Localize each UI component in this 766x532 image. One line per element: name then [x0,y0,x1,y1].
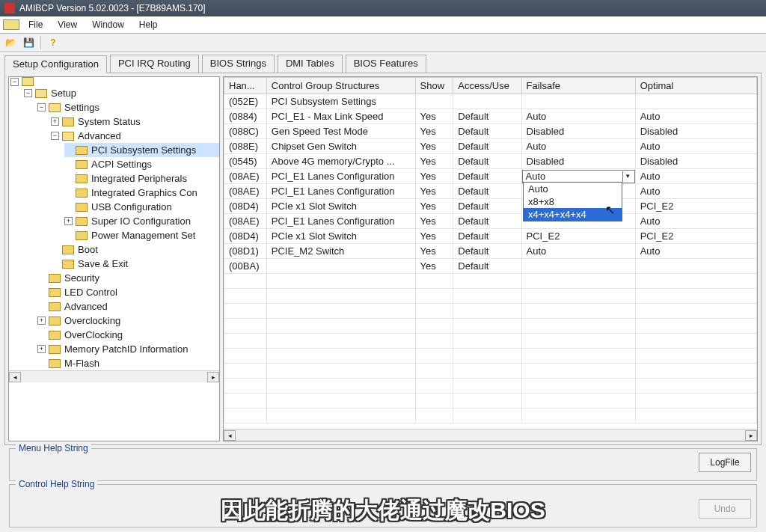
table-row[interactable]: (00BA)YesDefault [224,259,757,274]
table-row[interactable]: (08AE)PCI_E1 Lanes ConfigurationYesDefau… [224,169,757,184]
tab-bios-features[interactable]: BIOS Features [346,55,426,73]
tree-pci-subsystem[interactable]: PCI Subsystem Settings [64,143,219,157]
tab-dmi-tables[interactable]: DMI Tables [278,55,343,73]
expand-icon[interactable]: + [51,117,59,126]
tab-setup-configuration[interactable]: Setup Configuration [4,55,107,73]
cell[interactable]: Yes [415,214,453,229]
col-optimal[interactable]: Optimal [635,78,756,94]
cell[interactable]: (08AE) [224,169,267,184]
table-row[interactable]: (0884)PCI_E1 - Max Link SpeedYesDefaultA… [224,109,757,124]
cell[interactable] [415,94,453,109]
tab-bios-strings[interactable]: BIOS Strings [202,55,275,73]
cell[interactable]: (08D4) [224,199,267,214]
tree-memory-patchid[interactable]: +Memory PatchID Information [37,342,219,356]
cell[interactable]: (052E) [224,94,267,109]
cell[interactable]: PCI_E1 Lanes Configuration [266,169,415,184]
table-row[interactable]: (08AE)PCI_E1 Lanes ConfigurationYesDefau… [224,184,757,199]
table-row[interactable]: (088E)Chipset Gen SwitchYesDefaultAutoAu… [224,139,757,154]
cell[interactable]: (088C) [224,124,267,139]
tree-advanced[interactable]: −Advanced [51,129,219,143]
cell[interactable]: Yes [415,184,453,199]
cell[interactable]: Yes [415,259,453,274]
cell[interactable]: Default [453,184,521,199]
cell[interactable]: Yes [415,139,453,154]
cell[interactable] [635,94,756,109]
scroll-left-icon[interactable]: ◂ [9,372,21,382]
cell[interactable]: Auto [521,109,635,124]
cell[interactable]: Disabled [635,124,756,139]
tab-pci-irq-routing[interactable]: PCI IRQ Routing [110,55,199,73]
tree-acpi[interactable]: ACPI Settings [64,157,219,171]
cell[interactable]: PCI_E1 Lanes Configuration [266,184,415,199]
col-show[interactable]: Show [415,78,453,94]
col-access[interactable]: Access/Use [453,78,521,94]
dropdown-option[interactable]: Auto [524,183,622,195]
tree-security[interactable]: Security [37,271,219,285]
cell[interactable]: Default [453,244,521,259]
cell[interactable]: Auto [635,139,756,154]
failsafe-combobox[interactable]: Auto▼ [522,170,635,183]
cell[interactable]: PCI_E2 [635,229,756,244]
tree-superio[interactable]: +Super IO Configuration [64,214,219,228]
cell[interactable]: PCI_E2 [521,229,635,244]
cell[interactable]: PCI_E1 Lanes Configuration [266,214,415,229]
dropdown-option[interactable]: x4+x4+x4+x4 [524,208,622,221]
cell[interactable]: Yes [415,199,453,214]
cell[interactable]: (08D4) [224,229,267,244]
tree-advanced2[interactable]: Advanced [37,299,219,314]
cell[interactable]: Yes [415,109,453,124]
cell[interactable] [521,94,635,109]
failsafe-dropdown[interactable]: Autox8+x8x4+x4+x4+x4 [523,182,622,221]
menu-file[interactable]: File [21,18,50,31]
cell[interactable]: Default [453,214,521,229]
cell[interactable]: PCI_E2 [635,199,756,214]
tree-settings[interactable]: −Settings [37,100,219,114]
cell[interactable]: (0545) [224,154,267,169]
cell[interactable]: (00BA) [224,259,267,274]
tree-integrated-peripherals[interactable]: Integrated Peripherals [64,171,219,186]
cell[interactable] [521,259,635,274]
tree-boot[interactable]: Boot [51,242,219,257]
tree-usb-config[interactable]: USB Configuration [64,200,219,214]
cell[interactable]: Default [453,154,521,169]
cell[interactable]: Default [453,199,521,214]
cell[interactable]: Disabled [521,124,635,139]
open-button[interactable]: 📂 [3,35,18,50]
cell[interactable] [635,259,756,274]
col-failsafe[interactable]: Failsafe [521,78,635,94]
tree-integrated-graphics[interactable]: Integrated Graphics Con [64,186,219,200]
table-row[interactable]: (08D1)PCIE_M2 SwitchYesDefaultAutoAuto [224,244,757,259]
cell[interactable]: PCIE_M2 Switch [266,244,415,259]
save-button[interactable]: 💾 [21,35,36,50]
cell[interactable]: Auto [635,184,756,199]
table-row[interactable]: (08D4)PCIe x1 Slot SwitchYesDefaultPCI_E… [224,229,757,244]
help-button[interactable]: ? [46,35,61,50]
cell[interactable] [453,94,521,109]
logfile-button[interactable]: LogFile [699,453,751,472]
cell[interactable]: Auto [635,244,756,259]
cell[interactable]: Auto [635,109,756,124]
scroll-right-icon[interactable]: ▸ [207,372,219,382]
undo-button[interactable]: Undo [699,499,751,519]
cell[interactable]: Default [453,139,521,154]
cell[interactable]: (08D1) [224,244,267,259]
expand-icon[interactable]: + [64,217,73,225]
table-row[interactable]: (08AE)PCI_E1 Lanes ConfigurationYesDefau… [224,214,757,229]
table-row[interactable]: (0545)Above 4G memory/Crypto ...YesDefau… [224,154,757,169]
cell[interactable]: (088E) [224,139,267,154]
cell[interactable]: Auto [635,214,756,229]
cell[interactable]: PCIe x1 Slot Switch [266,199,415,214]
tree-mflash[interactable]: M-Flash [37,356,219,370]
table-row[interactable]: (088C)Gen Speed Test ModeYesDefaultDisab… [224,124,757,139]
tree-overclocking2[interactable]: OverClocking [37,328,219,342]
cell[interactable]: Disabled [635,154,756,169]
scroll-left-icon[interactable]: ◂ [224,430,236,441]
cell[interactable]: PCIe x1 Slot Switch [266,229,415,244]
expand-icon[interactable]: + [37,345,46,353]
scroll-right-icon[interactable]: ▸ [745,430,757,441]
tree-panel[interactable]: − −Setup −Settings +System Status −Advan… [8,76,220,441]
cell[interactable] [266,259,415,274]
cell[interactable]: Auto [521,244,635,259]
tree-root[interactable]: − [10,77,219,86]
cell[interactable]: (08AE) [224,214,267,229]
